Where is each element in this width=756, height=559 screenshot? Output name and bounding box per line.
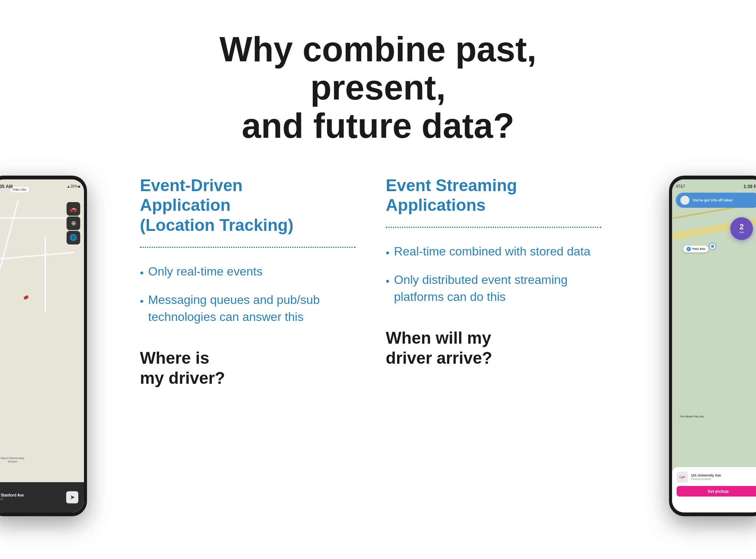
- hotel-label: The Westin Palo Alto: [680, 415, 704, 418]
- bullet-item: • Only distributed event streaming platf…: [386, 271, 601, 305]
- carrier-label: AT&T: [676, 184, 685, 188]
- time-number: 2: [739, 223, 744, 230]
- bullet-dot: •: [140, 265, 144, 280]
- bottom-bar-left: n Stanford Ave ford ➤: [0, 482, 84, 512]
- column-left-title: Event-Driven Application (Location Track…: [140, 176, 355, 235]
- palo-alto-icon: P: [686, 247, 691, 251]
- bottom-address-left: n Stanford Ave ford: [0, 493, 24, 501]
- bullet-dot: •: [386, 274, 390, 288]
- time-bubble: 2 min: [730, 217, 753, 240]
- bullet-dot: •: [140, 294, 144, 308]
- promo-banner: You've got 10% off rides!: [676, 193, 756, 208]
- phone-notch-left: [23, 176, 53, 179]
- map-control-globe[interactable]: 🌐: [67, 231, 80, 244]
- divider-left: [140, 247, 355, 248]
- phone-screen-right: AT&T 1:39 PM You've got 10% off rides! 2: [672, 179, 756, 512]
- map-road: [0, 217, 71, 218]
- map-road: [0, 252, 75, 259]
- status-bar-right: AT&T 1:39 PM: [676, 184, 756, 189]
- time-label: min: [739, 230, 744, 234]
- map-controls: 🚗 ⊕ 🌐: [67, 202, 80, 244]
- car-icon: 🚗: [70, 205, 77, 212]
- map-background-left: 8:05 AM ▲26%■ Palo Alto 🚗 ⊕: [0, 179, 84, 512]
- set-pickup-button[interactable]: Set pickup: [677, 486, 756, 497]
- car-dot: [23, 295, 29, 300]
- pickup-address: 101 University Ave: [691, 473, 721, 477]
- phone-left: 8:05 AM ▲26%■ Palo Alto 🚗 ⊕: [0, 176, 87, 516]
- lyft-text: Lyft: [680, 475, 685, 479]
- map-road: [45, 236, 46, 312]
- columns-container: Event-Driven Application (Location Track…: [125, 176, 616, 559]
- palo-alto-text: Palo Alto: [692, 247, 705, 251]
- lyft-logo: Lyft: [677, 472, 688, 483]
- page-container: Why combine past, present, and future da…: [0, 0, 756, 559]
- school-label: Nixon Elementary School: [0, 456, 26, 463]
- phone-right: AT&T 1:39 PM You've got 10% off rides! 2: [669, 176, 756, 516]
- pickup-address-block: 101 University Ave Pickup location: [691, 473, 721, 481]
- bullet-text: Only real-time events: [148, 263, 262, 280]
- bullet-item: • Only real-time events: [140, 263, 355, 280]
- column-right-header: Event Streaming Applications: [386, 176, 601, 216]
- phone-screen-left: 8:05 AM ▲26%■ Palo Alto 🚗 ⊕: [0, 179, 84, 512]
- bullet-text: Only distributed event streaming platfor…: [394, 271, 601, 305]
- promo-text: You've got 10% off rides!: [692, 198, 733, 202]
- crosshair-icon: ⊕: [71, 220, 76, 227]
- car-marker: [24, 296, 31, 304]
- phone-time-right: 1:39 PM: [744, 184, 756, 189]
- bullet-dot: •: [386, 245, 390, 260]
- palo-alto-badge: P Palo Alto: [683, 246, 708, 252]
- divider-right: [386, 227, 601, 228]
- column-right: Event Streaming Applications • Real-time…: [371, 176, 616, 559]
- phone-time-left: 8:05 AM: [0, 184, 13, 189]
- column-left-header: Event-Driven Application (Location Track…: [140, 176, 355, 235]
- content-area: 8:05 AM ▲26%■ Palo Alto 🚗 ⊕: [0, 176, 756, 559]
- bullet-item: • Real-time combined with stored data: [386, 243, 601, 260]
- column-right-title: Event Streaming Applications: [386, 176, 601, 216]
- bullet-item: • Messaging queues and pub/sub technolog…: [140, 291, 355, 325]
- map-control-location[interactable]: ⊕: [67, 216, 80, 230]
- status-bar-left: 8:05 AM ▲26%■: [0, 184, 80, 189]
- question-left: Where is my driver?: [140, 348, 355, 388]
- column-left: Event-Driven Application (Location Track…: [125, 176, 371, 559]
- promo-avatar: [680, 196, 689, 205]
- question-text-left: Where is my driver?: [140, 348, 355, 388]
- pickup-sub: Pickup location: [691, 477, 721, 481]
- bottom-pickup: Lyft 101 University Ave Pickup location …: [672, 467, 756, 512]
- bullet-text: Real-time combined with stored data: [394, 243, 590, 260]
- question-right: When will my driver arrive?: [386, 328, 601, 368]
- phone-notch-right: [703, 176, 733, 179]
- bottom-arrow-btn[interactable]: ➤: [66, 491, 78, 503]
- bullet-list-right: • Real-time combined with stored data • …: [386, 243, 601, 305]
- title-section: Why combine past, present, and future da…: [208, 30, 548, 145]
- bullet-text: Messaging queues and pub/sub technologie…: [148, 291, 355, 325]
- map-control-car[interactable]: 🚗: [67, 202, 80, 216]
- location-dot: [710, 244, 715, 249]
- map-road: [0, 200, 19, 310]
- question-text-right: When will my driver arrive?: [386, 328, 601, 368]
- main-title: Why combine past, present, and future da…: [208, 30, 548, 145]
- globe-icon: 🌐: [70, 234, 77, 241]
- phone-battery-left: ▲26%■: [67, 184, 80, 188]
- map-background-right: AT&T 1:39 PM You've got 10% off rides! 2: [672, 179, 756, 512]
- pickup-row: Lyft 101 University Ave Pickup location: [677, 472, 756, 483]
- bullet-list-left: • Only real-time events • Messaging queu…: [140, 263, 355, 325]
